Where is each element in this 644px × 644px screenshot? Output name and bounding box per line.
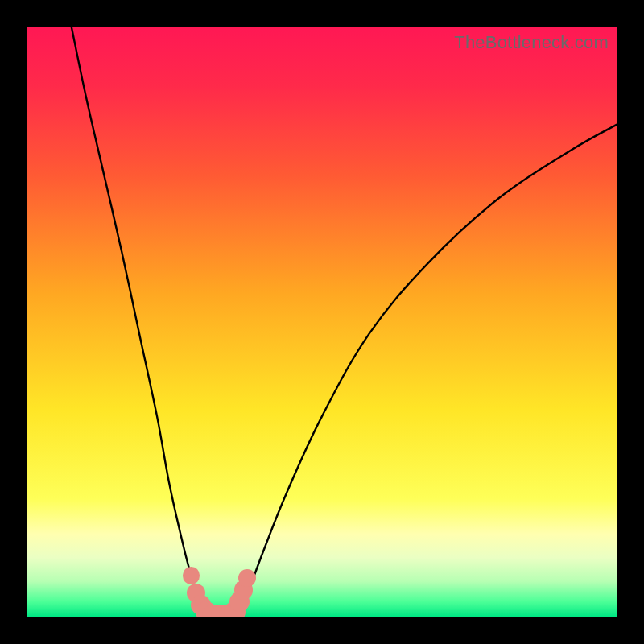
curve-layer	[27, 27, 617, 617]
chart-frame: TheBottleneck.com	[0, 0, 644, 644]
marker-dot	[183, 567, 200, 584]
plot-area: TheBottleneck.com	[27, 27, 617, 617]
right-branch-path	[237, 125, 617, 617]
left-branch-path	[72, 27, 212, 617]
